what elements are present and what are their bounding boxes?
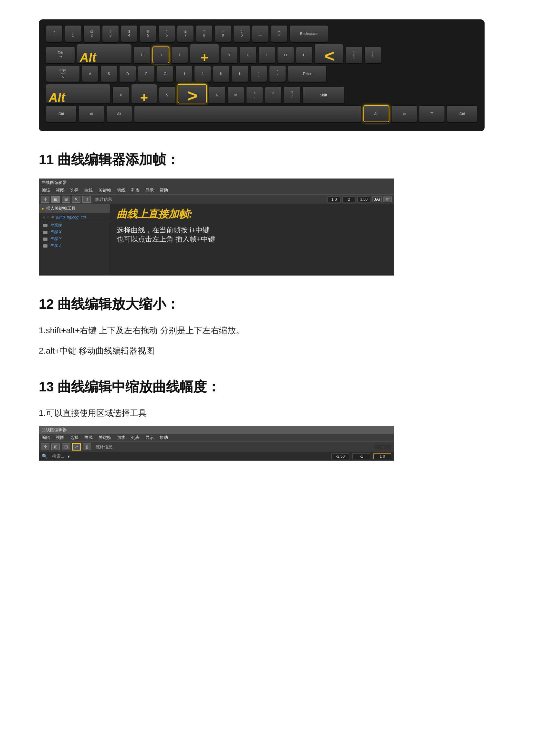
key-s[interactable]: S bbox=[100, 65, 117, 82]
num-box-2[interactable]: 2 bbox=[343, 197, 355, 202]
key-5[interactable]: %5 bbox=[140, 25, 156, 42]
key-2[interactable]: @2 bbox=[83, 25, 100, 42]
key-t[interactable]: T bbox=[171, 46, 188, 63]
key-d[interactable]: D bbox=[119, 65, 136, 82]
menu-view[interactable]: 视图 bbox=[56, 187, 64, 193]
key-equals[interactable]: += bbox=[271, 25, 288, 42]
ce2-menu-list[interactable]: 列表 bbox=[131, 435, 140, 441]
key-minus[interactable]: _— bbox=[252, 25, 269, 42]
key-period[interactable]: >. bbox=[265, 87, 282, 103]
ce2-dropdown-arrow[interactable]: ▾ bbox=[67, 454, 70, 459]
key-ctrl-r[interactable]: Ctrl bbox=[447, 105, 477, 122]
key-win[interactable]: ⊞ bbox=[79, 105, 104, 122]
key-1[interactable]: !1 bbox=[64, 25, 81, 42]
key-8[interactable]: *8 bbox=[196, 25, 213, 42]
num-box-1[interactable]: 1 0 bbox=[328, 197, 341, 202]
key-7[interactable]: &7 bbox=[177, 25, 194, 42]
key-v[interactable]: V bbox=[159, 87, 176, 103]
insert-tool-label[interactable]: 插入关键帧工具 bbox=[46, 205, 76, 211]
key-gt-row4[interactable]: > bbox=[178, 84, 207, 103]
num-box-3[interactable]: 3.50 bbox=[357, 197, 370, 202]
ce2-num-box-n1[interactable]: -1 bbox=[352, 453, 370, 459]
key-4[interactable]: $4 bbox=[121, 25, 138, 42]
key-x[interactable]: X bbox=[113, 87, 129, 103]
menu-tangent[interactable]: 切线 bbox=[117, 187, 125, 193]
curve-label-tx[interactable]: 平移 X bbox=[50, 230, 62, 235]
menu-display[interactable]: 显示 bbox=[145, 187, 154, 193]
key-j[interactable]: J bbox=[194, 65, 211, 82]
curve-label-visibility[interactable]: 可见性 bbox=[50, 223, 62, 228]
key-y[interactable]: Y bbox=[221, 46, 238, 63]
key-alt-row2[interactable]: Alt bbox=[77, 44, 132, 63]
tool-add[interactable]: ✛ bbox=[41, 196, 49, 202]
ce2-num-box-10[interactable]: 1 0 bbox=[373, 453, 391, 459]
menu-help[interactable]: 帮助 bbox=[160, 187, 168, 193]
key-tab[interactable]: Tab⇥ bbox=[46, 46, 75, 63]
key-h[interactable]: H bbox=[175, 65, 192, 82]
ce2-num-box-n250[interactable]: -2.50 bbox=[331, 453, 349, 459]
key-p[interactable]: P bbox=[296, 46, 313, 63]
tool-rect[interactable]: ▯ bbox=[82, 196, 91, 202]
key-g[interactable]: G bbox=[157, 65, 173, 82]
ce2-tool-cursor[interactable]: ↗ bbox=[72, 443, 81, 450]
menu-edit[interactable]: 编辑 bbox=[42, 187, 50, 193]
key-6[interactable]: ^6 bbox=[158, 25, 175, 42]
menu-curve[interactable]: 曲线 bbox=[84, 187, 93, 193]
ce2-menu-curve[interactable]: 曲线 bbox=[84, 435, 93, 441]
tool-grid[interactable]: ⊞ bbox=[51, 196, 60, 202]
key-f[interactable]: F bbox=[138, 65, 155, 82]
key-lt-row2[interactable]: < bbox=[315, 44, 344, 63]
curve-name-label[interactable]: jump_rig:cog_ctrl bbox=[56, 215, 86, 220]
key-shift-alt-row4[interactable]: Alt bbox=[46, 84, 111, 103]
key-r[interactable]: R bbox=[152, 46, 169, 63]
tool-grid2[interactable]: ⊞ bbox=[62, 196, 70, 202]
key-plus-row4[interactable]: + bbox=[131, 84, 157, 103]
key-i[interactable]: I bbox=[258, 46, 275, 63]
key-3[interactable]: #3 bbox=[102, 25, 119, 42]
key-ctrl-l[interactable]: Ctrl bbox=[46, 105, 77, 122]
key-win-r[interactable]: ⊞ bbox=[391, 105, 417, 122]
key-menu[interactable]: ☰ bbox=[419, 105, 445, 122]
key-9[interactable]: (9 bbox=[215, 25, 231, 42]
ce2-menu-help[interactable]: 帮助 bbox=[160, 435, 168, 441]
key-k[interactable]: K bbox=[213, 65, 230, 82]
ce2-tool-add[interactable]: ✛ bbox=[41, 444, 49, 450]
menu-keyframe[interactable]: 关键帧 bbox=[98, 187, 111, 193]
curve-label-tz[interactable]: 平移 Z bbox=[50, 243, 62, 249]
key-rbracket[interactable]: }] bbox=[346, 46, 363, 63]
key-capslock[interactable]: CapsLockA bbox=[46, 65, 80, 82]
ce2-menu-view[interactable]: 视图 bbox=[56, 435, 64, 441]
key-alt-r[interactable]: Alt bbox=[364, 105, 389, 122]
ce2-menu-keyframe[interactable]: 关键帧 bbox=[98, 435, 111, 441]
key-backspace[interactable]: Backspace bbox=[290, 25, 328, 42]
key-a[interactable]: A bbox=[82, 65, 98, 82]
key-e[interactable]: E bbox=[134, 46, 151, 63]
ce2-menu-tangent[interactable]: 切线 bbox=[117, 435, 125, 441]
key-u[interactable]: U bbox=[240, 46, 257, 63]
key-semicolon[interactable]: :; bbox=[250, 65, 267, 82]
menu-select[interactable]: 选择 bbox=[70, 187, 79, 193]
tool-cursor[interactable]: ↖ bbox=[72, 196, 80, 202]
key-comma[interactable]: <, bbox=[246, 87, 263, 103]
ce2-menu-select[interactable]: 选择 bbox=[70, 435, 79, 441]
key-l[interactable]: L bbox=[232, 65, 248, 82]
tool-extra1[interactable]: ⊞° bbox=[383, 197, 392, 202]
key-tilde[interactable]: ~` bbox=[46, 25, 63, 42]
ce2-search-label[interactable]: 搜索... bbox=[52, 453, 64, 459]
key-n[interactable]: N bbox=[209, 87, 225, 103]
key-m[interactable]: M bbox=[227, 87, 244, 103]
key-quote[interactable]: "' bbox=[269, 65, 286, 82]
ce2-tool-grid[interactable]: ⊞ bbox=[51, 444, 60, 450]
ce2-tool-rect[interactable]: ▯ bbox=[83, 444, 91, 450]
key-o[interactable]: O bbox=[277, 46, 294, 63]
key-shift-r[interactable]: Shift bbox=[302, 87, 344, 103]
key-backslash[interactable]: |\ bbox=[365, 46, 381, 63]
ce2-menu-edit[interactable]: 编辑 bbox=[42, 435, 50, 441]
key-slash[interactable]: ?/ bbox=[284, 87, 300, 103]
ce2-menu-display[interactable]: 显示 bbox=[145, 435, 154, 441]
key-alt-l[interactable]: Alt bbox=[106, 105, 132, 122]
curve-label-ty[interactable]: 平移 Y bbox=[50, 236, 62, 242]
ce2-tool-grid2[interactable]: ⊞ bbox=[62, 444, 70, 450]
key-enter[interactable]: Enter bbox=[288, 65, 327, 82]
key-plus-row2[interactable]: + bbox=[190, 44, 219, 63]
